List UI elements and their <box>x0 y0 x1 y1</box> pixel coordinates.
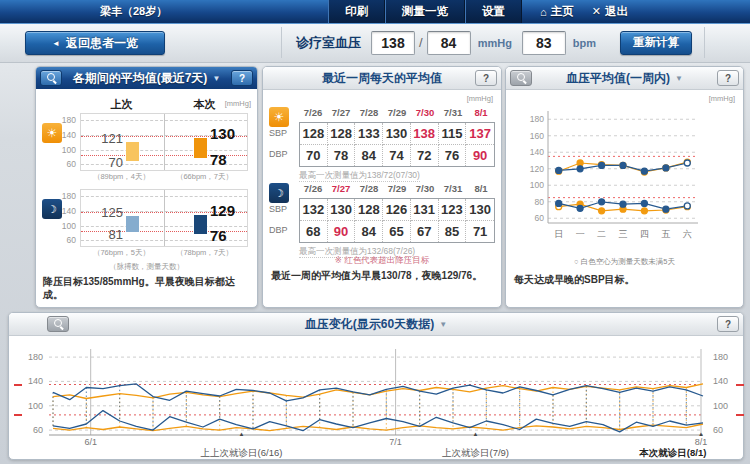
office-bp-label: 诊疗室血压 <box>296 34 361 52</box>
date-cell: 7/29 <box>383 183 411 197</box>
x-axis-labels: 6/17/18/1▲上上次就诊日(6/16)▲上次就诊日(7/9)▲本次就诊日(… <box>45 439 707 459</box>
curr-dbp-value: 78 <box>210 151 227 168</box>
date-cell: 8/1 <box>467 183 495 197</box>
date-cell: 8/1 <box>467 107 495 121</box>
trend-line-chart <box>45 343 707 439</box>
svg-text:六: 六 <box>683 229 692 239</box>
table-cell: 137 <box>466 123 494 145</box>
curr-note: （66bpm，7天） <box>163 172 246 182</box>
date-cell: 7/28 <box>355 183 383 197</box>
svg-text:五: 五 <box>661 229 670 239</box>
table-cell: 128 <box>328 123 356 145</box>
svg-text:180: 180 <box>530 114 544 124</box>
chart-captions: （76bpm，5天） （78bpm，7天） <box>80 248 246 258</box>
y-axis: 18014010060 <box>50 189 78 245</box>
curr-sbp-value: 130 <box>210 125 235 142</box>
visit-marker-icon: ▲ <box>473 431 479 437</box>
table-cell: 70 <box>300 145 328 166</box>
nav-settings[interactable]: 设置 <box>465 0 522 23</box>
weekavg-line-chart: 1801601401201008060日一二三四五六 <box>514 103 735 253</box>
table-cell: 76 <box>439 145 467 166</box>
svg-text:80: 80 <box>535 197 545 207</box>
chart-legend: （脉搏数，测量天数） <box>36 262 257 272</box>
svg-text:120: 120 <box>530 164 544 174</box>
prev-note: （89bpm，4天） <box>80 172 163 182</box>
panel-weekavg-chart: 血压平均值(一周内)▼ ? [mmHg] 1801601401201008060… <box>505 66 744 308</box>
svg-text:140: 140 <box>530 147 544 157</box>
nav-logout-label: 退出 <box>605 4 628 19</box>
nav-measurements[interactable]: 测量一览 <box>385 0 465 23</box>
red-note: ※ 红色代表超出降压目标 <box>263 255 501 267</box>
y-axis: 18014010060 <box>50 113 78 169</box>
target-tick <box>736 414 744 416</box>
date-cell: 7/31 <box>439 183 467 197</box>
table-cell: 85 <box>439 221 467 242</box>
chevron-down-icon: ▼ <box>675 74 683 83</box>
panel-trend-chart: 血压变化(显示60天数据)▼ ? 18014010060 18014010060… <box>8 312 744 460</box>
back-arrow-icon: ◄ <box>52 39 60 48</box>
nav-home[interactable]: ⌂主页 <box>540 0 574 23</box>
mmhg-unit-label: mmHg <box>478 37 512 49</box>
back-to-patients-button[interactable]: ◄返回患者一览 <box>25 31 165 55</box>
svg-text:一: 一 <box>576 229 585 239</box>
svg-text:二: 二 <box>597 229 606 239</box>
table-cell: 132 <box>300 199 328 221</box>
date-cell: 7/27 <box>327 107 355 121</box>
y-tick-label: 140 <box>21 376 43 386</box>
target-tick <box>14 414 22 416</box>
y-tick-label: 180 <box>713 352 735 362</box>
slash-separator: / <box>419 35 423 50</box>
svg-text:60: 60 <box>535 213 545 223</box>
chevron-down-icon: ▼ <box>212 74 220 83</box>
help-button[interactable]: ? <box>231 70 253 86</box>
visit-marker-icon: ▲ <box>239 431 245 437</box>
values-grid: 13213012812613112313068908465678571 <box>299 198 495 243</box>
month-label: 7/1 <box>389 437 402 447</box>
zoom-panel-button[interactable] <box>40 70 62 86</box>
table-body: SBP DBP 13213012812613112313068908465678… <box>269 198 495 243</box>
bpm-unit-label: bpm <box>573 37 596 49</box>
panel-period-averages-header: 各期间的平均值(最近7天)▼ ? <box>36 67 257 89</box>
values-grid: 12812813313013811513770788474727690 <box>299 122 495 167</box>
magnifier-icon <box>47 73 55 84</box>
table-cell: 84 <box>355 221 383 242</box>
date-cell: 7/28 <box>355 107 383 121</box>
month-label: 6/1 <box>84 437 97 447</box>
back-button-label: 返回患者一览 <box>66 35 138 52</box>
help-button[interactable]: ? <box>717 316 739 332</box>
table-cell: 126 <box>383 199 411 221</box>
visit-label: 上次就诊日(7/9) <box>442 447 509 460</box>
nav-print[interactable]: 印刷 <box>328 0 385 23</box>
zoom-panel-button[interactable] <box>47 316 69 332</box>
sbp-input[interactable] <box>371 31 415 55</box>
nav-home-label: 主页 <box>551 4 574 19</box>
recalculate-button[interactable]: 重新计算 <box>620 31 692 55</box>
prev-sbp-value: 125 <box>101 205 123 220</box>
panel-period-averages: 各期间的平均值(最近7天)▼ ? [mmHg] 上次 本次 ☀ 18014010… <box>35 66 258 308</box>
table-cell: 72 <box>411 145 439 166</box>
chart-legend: ○ 白色空心为测量天数未满5天 <box>506 257 743 267</box>
panel-summary: 降压目标135/85mmHg。早晨夜晚目标都达成。 <box>43 275 253 301</box>
prev-note: （76bpm，5天） <box>80 248 163 258</box>
week-table-day: ☀ 7/267/277/287/297/307/318/1 SBP DBP 12… <box>269 107 495 182</box>
pulse-input[interactable] <box>522 31 566 55</box>
table-cell: 71 <box>466 221 494 242</box>
y-tick-label: 100 <box>713 401 735 411</box>
dbp-input[interactable] <box>427 31 471 55</box>
help-button[interactable]: ? <box>717 70 739 86</box>
table-cell: 128 <box>355 199 383 221</box>
periods-bar-chart-day: ☀ 18014010060 121 70 130 78 （89bpm，4天） （… <box>36 111 257 185</box>
nav-logout[interactable]: ✕退出 <box>592 0 628 23</box>
panel-week-table-header: 最近一周每天的平均值 ? <box>263 67 501 90</box>
zoom-panel-button[interactable] <box>510 70 532 86</box>
help-button[interactable]: ? <box>475 70 497 86</box>
table-cell: 133 <box>355 123 383 145</box>
date-cell: 7/30 <box>411 107 439 121</box>
table-cell: 130 <box>466 199 494 221</box>
sun-icon: ☀ <box>269 107 289 127</box>
patient-name: 梁丰（28岁） <box>100 4 167 19</box>
panel-weekavg-header: 血压平均值(一周内)▼ ? <box>506 67 743 90</box>
table-body: SBP DBP 12812813313013811513770788474727… <box>269 122 495 167</box>
table-cell: 84 <box>355 145 383 166</box>
svg-text:日: 日 <box>554 229 563 239</box>
